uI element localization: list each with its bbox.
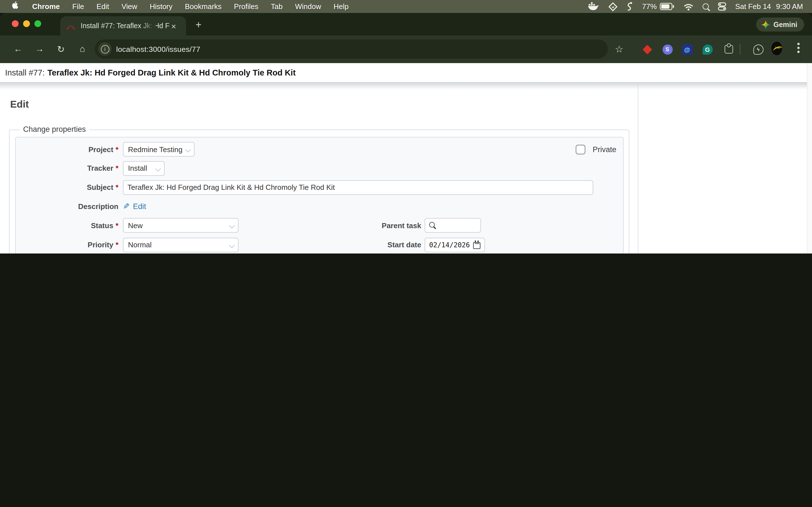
description-edit-link[interactable]: Edit: [133, 202, 146, 210]
grammarly-icon[interactable]: G: [702, 44, 713, 55]
clock-time: 9:30 AM: [776, 2, 803, 11]
subject-input[interactable]: [123, 180, 593, 194]
header-shadow: [0, 83, 812, 90]
seahorse-icon[interactable]: [626, 1, 633, 11]
browser-toolbar: ← → ↻ ⌂ i localhost:3000/issues/77 ☆ S @…: [0, 36, 812, 63]
content-sidebar-divider: [638, 83, 638, 253]
tracker-select[interactable]: Install: [123, 161, 165, 175]
tracker-label: Tracker: [87, 164, 113, 172]
menu-item-chrome[interactable]: Chrome: [32, 2, 60, 11]
subject-row: Subject*: [16, 180, 623, 194]
priority-label: Priority: [88, 240, 113, 249]
status-select[interactable]: New: [123, 218, 239, 233]
tab-title: Install #77: Teraflex Jk: Hd Fo: [81, 22, 170, 30]
issue-number-prefix: Install #77:: [5, 68, 45, 77]
menubar-clock[interactable]: Sat Feb 14 9:30 AM: [735, 2, 803, 11]
battery-status[interactable]: 77%: [642, 2, 674, 11]
menu-item-history[interactable]: History: [150, 2, 172, 11]
gemini-button[interactable]: Gemini: [756, 17, 804, 32]
issue-header-bar: Install #77: Teraflex Jk: Hd Forged Drag…: [0, 63, 812, 83]
search-icon: [429, 222, 435, 228]
start-date-input[interactable]: 02/14/2026: [424, 237, 485, 252]
docker-icon[interactable]: [588, 2, 599, 11]
energy-saver-icon[interactable]: ϟ: [753, 44, 763, 55]
private-label: Private: [593, 145, 616, 154]
menu-item-view[interactable]: View: [121, 2, 137, 11]
control-center-icon[interactable]: [718, 2, 726, 11]
edit-section-heading: Edit: [10, 99, 29, 110]
menu-item-profiles[interactable]: Profiles: [234, 2, 259, 11]
redmine-favicon: [66, 22, 75, 30]
menubar-items: ChromeFileEditViewHistoryBookmarksProfil…: [32, 2, 349, 11]
change-properties-legend: Change properties: [20, 125, 89, 133]
spotlight-search-icon[interactable]: [702, 3, 709, 10]
extensions-puzzle-icon[interactable]: [723, 44, 734, 55]
priority-row: Priority* Normal Start date 02/14/2026: [16, 237, 623, 252]
menu-item-edit[interactable]: Edit: [96, 2, 109, 11]
extension-red-icon[interactable]: [642, 44, 652, 55]
subject-label: Subject: [87, 183, 113, 191]
project-select[interactable]: Redmine Testing: [123, 142, 195, 157]
tab-strip: Install #77: Teraflex Jk: Hd Fo × + Gemi…: [0, 13, 812, 36]
chrome-menu-icon[interactable]: [797, 43, 800, 55]
screen: ChromeFileEditViewHistoryBookmarksProfil…: [0, 0, 812, 253]
change-properties-fieldset: Change properties Project* Redmine Testi…: [9, 129, 629, 253]
tab-close-icon[interactable]: ×: [168, 20, 179, 32]
forward-icon[interactable]: →: [33, 42, 46, 56]
tab-title-fade: [141, 21, 156, 34]
traffic-zoom-button[interactable]: [35, 20, 41, 27]
battery-icon: [659, 3, 674, 10]
description-label: Description: [78, 202, 118, 210]
private-checkbox[interactable]: [576, 145, 585, 154]
page-scrollbar[interactable]: [807, 63, 812, 253]
priority-select[interactable]: Normal: [123, 237, 239, 252]
menu-item-file[interactable]: File: [72, 2, 84, 11]
battery-percent-label: 77%: [642, 2, 657, 11]
issue-title: Teraflex Jk: Hd Forged Drag Link Kit & H…: [47, 68, 296, 77]
extension-purple-icon[interactable]: S: [662, 44, 673, 55]
site-info-icon[interactable]: i: [98, 42, 112, 56]
chrome-window: Install #77: Teraflex Jk: Hd Fo × + Gemi…: [0, 13, 812, 253]
reload-icon[interactable]: ↻: [54, 42, 68, 56]
home-icon[interactable]: ⌂: [75, 42, 89, 56]
gemini-label: Gemini: [773, 20, 797, 29]
macos-menubar: ChromeFileEditViewHistoryBookmarksProfil…: [0, 0, 812, 13]
project-label: Project: [89, 145, 113, 154]
profile-avatar[interactable]: [771, 43, 782, 54]
traffic-close-button[interactable]: [12, 20, 18, 27]
back-icon[interactable]: ←: [11, 42, 25, 56]
description-row: Description ✎ Edit: [16, 199, 623, 214]
status-label: Status: [91, 221, 113, 230]
menu-item-window[interactable]: Window: [295, 2, 321, 11]
extension-lock-icon[interactable]: @: [682, 44, 693, 55]
bookmark-star-icon[interactable]: ☆: [612, 42, 626, 56]
tracker-row: Tracker* Install: [16, 161, 623, 175]
vault-icon[interactable]: [608, 2, 617, 11]
menu-item-help[interactable]: Help: [334, 2, 349, 11]
page-viewport: Install #77: Teraflex Jk: Hd Forged Drag…: [0, 63, 812, 253]
url-text[interactable]: localhost:3000/issues/77: [116, 45, 200, 53]
gemini-sparkle-icon: [761, 20, 770, 29]
project-row: Project* Redmine Testing Private: [16, 142, 623, 157]
traffic-minimize-button[interactable]: [23, 20, 30, 27]
attributes-box: Project* Redmine Testing Private Tracker…: [15, 137, 624, 253]
status-row: Status* New Parent task: [16, 218, 623, 233]
private-field: Private: [576, 142, 616, 157]
menu-item-tab[interactable]: Tab: [271, 2, 283, 11]
calendar-icon[interactable]: [473, 242, 481, 249]
clock-date: Sat Feb 14: [735, 2, 771, 11]
apple-icon[interactable]: [11, 1, 20, 12]
parent-task-label: Parent task: [382, 221, 421, 230]
edit-pencil-icon[interactable]: ✎: [123, 202, 130, 211]
new-tab-button[interactable]: +: [192, 18, 205, 32]
menu-item-bookmarks[interactable]: Bookmarks: [185, 2, 221, 11]
toolbar-divider: [740, 44, 741, 55]
wifi-icon[interactable]: [683, 3, 693, 10]
omnibox[interactable]: i localhost:3000/issues/77: [95, 40, 608, 59]
required-marker: *: [116, 145, 118, 154]
start-date-label: Start date: [388, 240, 421, 249]
browser-tab-active[interactable]: Install #77: Teraflex Jk: Hd Fo ×: [60, 16, 186, 36]
